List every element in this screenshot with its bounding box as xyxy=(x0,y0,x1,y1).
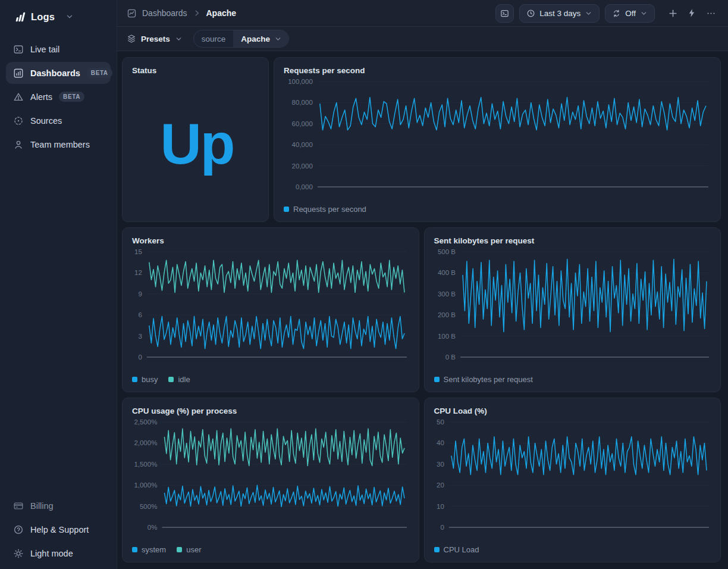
chevron-right-icon xyxy=(193,9,201,17)
legend-swatch xyxy=(177,547,182,552)
svg-text:6: 6 xyxy=(138,311,142,318)
refresh-state-label: Off xyxy=(625,9,636,18)
filters-toolbar: Presets source Apache xyxy=(117,27,728,51)
svg-text:60,000: 60,000 xyxy=(292,120,313,127)
question-circle-icon xyxy=(13,524,24,535)
legend-label: idle xyxy=(178,375,190,384)
svg-text:100 B: 100 B xyxy=(437,333,455,340)
top-controls: Last 3 days Off xyxy=(495,4,718,23)
sidebar-item-alerts[interactable]: Alerts BETA xyxy=(6,86,111,108)
clock-icon xyxy=(526,9,535,18)
requests-per-second-panel[interactable]: Requests per second 100,00080,00060,0004… xyxy=(274,57,721,222)
credit-card-icon xyxy=(13,501,24,511)
legend-item[interactable]: CPU Load xyxy=(434,545,479,554)
legend-swatch xyxy=(168,377,174,382)
svg-text:0%: 0% xyxy=(148,524,158,531)
sent-kilobytes-panel[interactable]: Sent kilobytes per request 500 B400 B300… xyxy=(424,227,721,392)
svg-text:0: 0 xyxy=(138,354,142,361)
chevron-down-icon[interactable] xyxy=(65,12,74,21)
more-options-button[interactable] xyxy=(703,5,718,21)
logo-icon xyxy=(13,10,26,23)
filter-key-label: source xyxy=(194,30,234,47)
dashboard-row: CPU usage (%) per process 2,500%2,000%1,… xyxy=(122,398,721,562)
chart-legend: Sent kilobytes per request xyxy=(434,373,715,387)
time-range-label: Last 3 days xyxy=(539,9,580,18)
sidebar-item-label: Dashboards xyxy=(30,68,80,78)
panel-title: Workers xyxy=(132,236,413,247)
legend-item[interactable]: user xyxy=(177,545,201,554)
auto-refresh-button[interactable]: Off xyxy=(605,4,655,23)
svg-text:500 B: 500 B xyxy=(437,248,455,255)
svg-text:400 B: 400 B xyxy=(437,269,455,276)
cpu-load-chart[interactable]: 50403020100 xyxy=(434,418,715,543)
svg-text:3: 3 xyxy=(138,333,142,340)
dashed-circle-icon xyxy=(13,115,24,126)
sent-kilobytes-chart[interactable]: 500 B400 B300 B200 B100 B0 B xyxy=(434,248,715,373)
warning-triangle-icon xyxy=(13,92,24,102)
legend-swatch xyxy=(434,547,440,552)
cpu-load-panel[interactable]: CPU Load (%) 50403020100 CPU Load xyxy=(424,398,721,562)
filter-value-label: Apache xyxy=(241,35,270,43)
presets-button[interactable]: Presets xyxy=(127,34,183,43)
lightning-bolt-icon xyxy=(687,8,696,18)
sidebar-item-label: Sources xyxy=(30,116,62,126)
cpu-usage-chart[interactable]: 2,500%2,000%1,500%1,000%500%0% xyxy=(132,418,413,543)
legend-item[interactable]: busy xyxy=(132,375,158,384)
svg-text:20,000: 20,000 xyxy=(292,162,313,170)
time-range-button[interactable]: Last 3 days xyxy=(519,4,600,23)
requests-per-second-chart[interactable]: 100,00080,00060,00040,00020,0000,000 xyxy=(284,78,714,202)
legend-item[interactable]: idle xyxy=(168,375,190,384)
status-panel[interactable]: Status Up xyxy=(122,57,269,222)
panel-title: CPU usage (%) per process xyxy=(132,407,413,417)
source-filter-chip[interactable]: source Apache xyxy=(193,30,289,48)
dashboard-row: Status Up Requests per second 100,00080,… xyxy=(122,57,721,222)
workers-panel[interactable]: Workers 15129630 busyidle xyxy=(122,227,419,392)
sidebar-item-light-mode[interactable]: Light mode xyxy=(6,542,111,564)
svg-text:200 B: 200 B xyxy=(437,311,455,318)
legend-label: user xyxy=(186,545,201,554)
filter-value[interactable]: Apache xyxy=(233,30,288,47)
live-tail-shortcut-button[interactable] xyxy=(495,4,514,23)
workers-chart[interactable]: 15129630 xyxy=(132,248,413,373)
panel-title: Requests per second xyxy=(284,66,714,77)
sent-kilobytes-plot[interactable]: 500 B400 B300 B200 B100 B0 B xyxy=(434,248,715,373)
legend-label: system xyxy=(142,545,166,554)
sidebar-item-label: Billing xyxy=(30,501,54,511)
cpu-usage-panel[interactable]: CPU usage (%) per process 2,500%2,000%1,… xyxy=(122,398,419,562)
sidebar-item-dashboards[interactable]: Dashboards BETA xyxy=(6,62,111,84)
cpu-load-plot[interactable]: 50403020100 xyxy=(434,418,715,543)
workers-plot[interactable]: 15129630 xyxy=(132,248,413,373)
add-panel-button[interactable] xyxy=(665,5,680,21)
sidebar-item-team-members[interactable]: Team members xyxy=(6,133,111,155)
sidebar-item-billing[interactable]: Billing xyxy=(6,495,111,517)
sidebar-item-help-support[interactable]: Help & Support xyxy=(6,518,111,540)
sidebar-spacer xyxy=(6,155,111,490)
ghost-buttons xyxy=(665,5,718,21)
legend-item[interactable]: Requests per second xyxy=(284,205,366,214)
svg-text:20: 20 xyxy=(437,482,444,489)
sidebar-item-live-tail[interactable]: Live tail xyxy=(6,38,111,60)
logo-row[interactable]: Logs xyxy=(6,0,111,33)
svg-text:0,000: 0,000 xyxy=(296,183,313,190)
legend-label: busy xyxy=(142,375,158,384)
cpu-usage-per-process-plot[interactable]: 2,500%2,000%1,500%1,000%500%0% xyxy=(132,418,413,543)
beta-badge: BETA xyxy=(59,92,84,102)
panel-title: CPU Load (%) xyxy=(434,407,715,417)
panel-title: Sent kilobytes per request xyxy=(434,236,715,247)
requests-per-second-plot[interactable]: 100,00080,00060,00040,00020,0000,000 xyxy=(284,78,714,202)
legend-item[interactable]: Sent kilobytes per request xyxy=(434,375,533,384)
legend-label: Requests per second xyxy=(293,205,366,214)
chevron-down-icon xyxy=(585,10,592,17)
svg-text:80,000: 80,000 xyxy=(292,99,313,106)
legend-swatch xyxy=(434,377,440,382)
terminal-icon xyxy=(13,44,24,55)
sidebar-item-label: Help & Support xyxy=(30,525,89,534)
presets-label: Presets xyxy=(141,35,170,43)
sidebar-item-sources[interactable]: Sources xyxy=(6,110,111,132)
quick-actions-button[interactable] xyxy=(684,5,699,21)
sidebar-item-label: Light mode xyxy=(30,549,73,558)
ellipsis-icon xyxy=(706,8,716,18)
svg-text:1,000%: 1,000% xyxy=(134,482,157,489)
breadcrumb-dashboards-link[interactable]: Dashboards xyxy=(142,8,187,18)
legend-item[interactable]: system xyxy=(132,545,166,554)
